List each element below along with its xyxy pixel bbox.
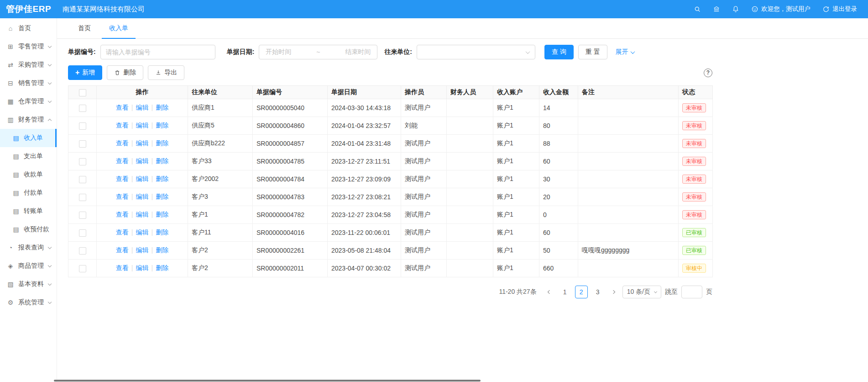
sidebar-item-warehouse[interactable]: ▦仓库管理 <box>0 92 57 111</box>
sidebar-item-transfer-bill[interactable]: ▤转账单 <box>0 202 57 220</box>
row-checkbox[interactable] <box>79 229 86 237</box>
sidebar-item-payment-bill[interactable]: ▤付款单 <box>0 184 57 202</box>
row-action-view[interactable]: 查看 <box>116 139 129 147</box>
pagination-prev[interactable] <box>544 286 555 298</box>
export-button[interactable]: 导出 <box>148 65 184 80</box>
date-range-picker[interactable]: 开始时间 ~ 结束时间 <box>259 45 377 59</box>
cell-status: 未审核 <box>679 188 713 206</box>
sidebar-item-home[interactable]: ⌂首页 <box>0 19 57 37</box>
row-action-delete[interactable]: 删除 <box>156 104 168 111</box>
row-action-delete[interactable]: 删除 <box>156 122 168 129</box>
tab-home[interactable]: 首页 <box>71 18 98 38</box>
col-status: 状态 <box>679 86 713 99</box>
chevron-down-icon <box>654 290 657 293</box>
sidebar-item-receipt-bill[interactable]: ▤收款单 <box>0 165 57 184</box>
row-action-edit[interactable]: 编辑 <box>136 104 149 111</box>
cell-operator: 测试用户 <box>401 206 447 224</box>
sidebar-item-retail[interactable]: ⊞零售管理 <box>0 37 57 56</box>
page-3[interactable]: 3 <box>591 286 604 298</box>
col-remark: 备注 <box>578 86 679 99</box>
row-checkbox[interactable] <box>79 212 86 219</box>
sidebar-item-sales[interactable]: ⊟销售管理 <box>0 74 57 92</box>
row-action-delete[interactable]: 删除 <box>156 175 168 182</box>
bill-no-input[interactable] <box>100 45 215 59</box>
row-action-delete[interactable]: 删除 <box>156 228 168 236</box>
row-action-view[interactable]: 查看 <box>116 104 129 111</box>
sidebar-item-advance-bill[interactable]: ▤收预付款 <box>0 220 57 239</box>
chevron-down-icon <box>630 49 635 54</box>
expand-link[interactable]: 展开 <box>616 48 634 56</box>
page-2[interactable]: 2 <box>575 286 588 298</box>
row-checkbox[interactable] <box>79 105 86 112</box>
row-action-view[interactable]: 查看 <box>116 228 129 236</box>
sidebar-item-basic[interactable]: ▧基本资料 <box>0 275 57 293</box>
row-action-view[interactable]: 查看 <box>116 264 129 271</box>
add-button[interactable]: + 新增 <box>68 65 102 80</box>
row-action-delete[interactable]: 删除 <box>156 139 168 147</box>
app-logo[interactable]: 管伊佳ERP <box>0 3 57 15</box>
partner-select[interactable] <box>417 45 535 59</box>
sidebar-item-finance[interactable]: ▥财务管理 <box>0 111 57 129</box>
row-action-view[interactable]: 查看 <box>116 157 129 164</box>
sidebar-item-label: 基本资料 <box>18 280 44 288</box>
horizontal-scrollbar[interactable] <box>54 380 481 382</box>
building-icon[interactable] <box>713 5 720 13</box>
sidebar-item-income-bill[interactable]: ▤收入单 <box>0 129 57 147</box>
cell-bill-no: SR00000004784 <box>253 170 328 188</box>
row-action-view[interactable]: 查看 <box>116 246 129 254</box>
jump-input[interactable] <box>681 286 702 298</box>
pagination-next[interactable] <box>608 286 619 298</box>
sidebar-item-report[interactable]: ◔报表查询 <box>0 239 57 257</box>
sidebar-item-expense-bill[interactable]: ▤支出单 <box>0 147 57 165</box>
page-1[interactable]: 1 <box>559 286 571 298</box>
row-action-edit[interactable]: 编辑 <box>136 157 149 164</box>
row-action-edit[interactable]: 编辑 <box>136 139 149 147</box>
cell-partner: 客户33 <box>188 153 253 170</box>
row-action-edit[interactable]: 编辑 <box>136 193 149 200</box>
sidebar-item-label: 采购管理 <box>18 61 44 69</box>
cell-finance-staff <box>447 170 493 188</box>
row-action-view[interactable]: 查看 <box>116 211 129 218</box>
row-action-edit[interactable]: 编辑 <box>136 211 149 218</box>
row-checkbox[interactable] <box>79 194 86 201</box>
search-icon[interactable] <box>694 5 701 13</box>
sidebar-item-purchase[interactable]: ⇄采购管理 <box>0 56 57 74</box>
row-action-view[interactable]: 查看 <box>116 122 129 129</box>
row-action-view[interactable]: 查看 <box>116 175 129 182</box>
row-action-edit[interactable]: 编辑 <box>136 264 149 271</box>
sidebar-item-label: 首页 <box>18 24 31 32</box>
row-checkbox[interactable] <box>79 265 86 272</box>
tab-income-bill[interactable]: 收入单 <box>102 18 136 38</box>
row-action-delete[interactable]: 删除 <box>156 157 168 164</box>
cell-remark <box>578 99 679 117</box>
bell-icon[interactable] <box>732 5 739 13</box>
row-action-edit[interactable]: 编辑 <box>136 175 149 182</box>
sales-icon: ⊟ <box>7 80 14 87</box>
row-action-view[interactable]: 查看 <box>116 193 129 200</box>
row-action-delete[interactable]: 删除 <box>156 264 168 271</box>
row-checkbox[interactable] <box>79 158 86 165</box>
cell-bill-no: SR00000004857 <box>253 135 328 153</box>
row-checkbox[interactable] <box>79 122 86 130</box>
row-action-edit[interactable]: 编辑 <box>136 246 149 254</box>
select-all-checkbox[interactable] <box>79 89 86 96</box>
row-checkbox[interactable] <box>79 247 86 255</box>
welcome-user[interactable]: 欢迎您，测试用户 <box>751 5 810 13</box>
search-button[interactable]: 查 询 <box>544 45 574 59</box>
cell-remark <box>578 224 679 242</box>
help-icon[interactable]: ? <box>704 69 712 77</box>
sidebar-item-goods[interactable]: ◈商品管理 <box>0 257 57 275</box>
row-checkbox[interactable] <box>79 140 86 148</box>
row-action-delete[interactable]: 删除 <box>156 246 168 254</box>
row-action-delete[interactable]: 删除 <box>156 211 168 218</box>
sidebar-item-system[interactable]: ⚙系统管理 <box>0 293 57 312</box>
row-checkbox[interactable] <box>79 176 86 183</box>
reset-button[interactable]: 重 置 <box>578 45 607 59</box>
row-action-edit[interactable]: 编辑 <box>136 228 149 236</box>
row-action-edit[interactable]: 编辑 <box>136 122 149 129</box>
row-action-delete[interactable]: 删除 <box>156 193 168 200</box>
logout-button[interactable]: 退出登录 <box>822 5 857 13</box>
page-size-select[interactable]: 10 条/页 <box>622 286 661 298</box>
cell-bill-no: SR00000005040 <box>253 99 328 117</box>
delete-button[interactable]: 删除 <box>107 65 143 80</box>
